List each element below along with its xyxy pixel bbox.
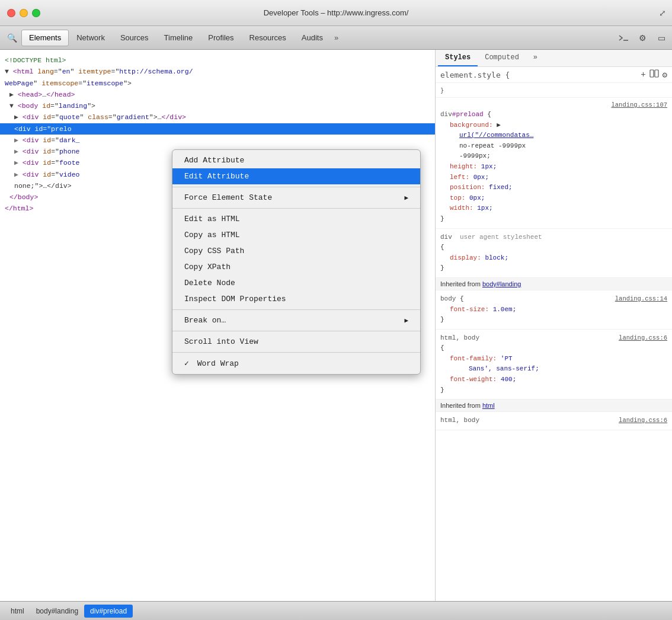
- ctx-break-on[interactable]: Break on… ▶: [172, 312, 420, 328]
- inherited-body-label: Inherited from body#landing: [436, 278, 672, 290]
- preload-width: width: 1px;: [440, 203, 667, 214]
- landing-css-6-last-link[interactable]: landing.css:6: [619, 417, 667, 424]
- dom-body[interactable]: ▼ <body id="landing">: [0, 100, 435, 111]
- tab-timeline[interactable]: Timeline: [156, 30, 201, 46]
- html-body-block: html, body landing.css:6 { font-family: …: [436, 330, 672, 400]
- preload-top: top: 0px;: [440, 193, 667, 204]
- html-link[interactable]: html: [482, 402, 495, 409]
- html-body-close: }: [440, 385, 667, 396]
- html-body-brace: {: [440, 343, 667, 354]
- search-button[interactable]: 🔍: [2, 30, 21, 46]
- preload-background-repeat: no-repeat -9999px: [440, 141, 667, 152]
- ctx-edit-attribute[interactable]: Edit Attribute: [172, 168, 420, 184]
- tab-more-styles[interactable]: »: [526, 50, 545, 66]
- html-body-font-weight: font-weight: 400;: [440, 375, 667, 385]
- dock-icon[interactable]: ▭: [653, 30, 670, 46]
- ctx-edit-html[interactable]: Edit as HTML: [172, 211, 420, 227]
- tab-audits[interactable]: Audits: [294, 30, 331, 46]
- toggle-style-icon[interactable]: [649, 69, 659, 80]
- console-icon[interactable]: [615, 30, 632, 46]
- breadcrumb-preload[interactable]: div#preload: [84, 605, 133, 618]
- dom-html-tag[interactable]: ▼ <html lang="en" itemtype="http://schem…: [0, 66, 435, 77]
- preload-height: height: 1px;: [440, 162, 667, 172]
- dom-preload-div[interactable]: <div id="prelo: [0, 123, 435, 135]
- preload-left: left: 0px;: [440, 172, 667, 183]
- ctx-word-wrap[interactable]: ✓ Word Wrap: [172, 355, 420, 372]
- ctx-copy-html[interactable]: Copy as HTML: [172, 227, 420, 243]
- dom-panel: <!DOCTYPE html> ▼ <html lang="en" itemty…: [0, 50, 436, 601]
- styles-toolbar: element.style { + ⚙: [436, 67, 672, 83]
- close-button[interactable]: [7, 9, 15, 17]
- inherited-html-label: Inherited from html: [436, 400, 672, 412]
- user-agent-brace: {: [440, 242, 667, 253]
- window-title: Developer Tools – http://www.ingress.com…: [264, 8, 409, 17]
- status-bar: html body#landing div#preload: [0, 601, 672, 620]
- breadcrumb-html[interactable]: html: [5, 605, 30, 618]
- ctx-sep-3: [172, 309, 420, 310]
- more-tabs-button[interactable]: »: [331, 31, 342, 44]
- toolbar-right: ⚙ ▭: [615, 30, 670, 46]
- styles-tabs: Styles Computed »: [436, 50, 672, 67]
- add-style-icon[interactable]: +: [641, 70, 645, 79]
- ctx-sep-2: [172, 208, 420, 209]
- tab-computed[interactable]: Computed: [478, 50, 526, 66]
- tab-network[interactable]: Network: [69, 30, 113, 46]
- svg-rect-2: [655, 70, 658, 77]
- user-agent-close: }: [440, 263, 667, 274]
- dom-html-tag-cont: WebPage" itemscope="itemscope">: [0, 78, 435, 89]
- preload-background-pos: -9999px;: [440, 151, 667, 162]
- title-bar: Developer Tools – http://www.ingress.com…: [0, 0, 672, 26]
- dom-dark-div[interactable]: ▶ <div id="dark_: [0, 135, 435, 146]
- settings-style-icon[interactable]: ⚙: [663, 70, 667, 80]
- expand-icon[interactable]: ⤢: [659, 8, 666, 18]
- minimize-button[interactable]: [20, 9, 28, 17]
- ctx-sep-5: [172, 352, 420, 353]
- user-agent-selector: div user agent stylesheet: [440, 232, 667, 243]
- ctx-copy-css-path[interactable]: Copy CSS Path: [172, 243, 420, 259]
- html-body-last-selector: html, body: [440, 416, 479, 426]
- user-agent-display: display: block;: [440, 253, 667, 264]
- html-body-font-family: font-family: 'PT: [440, 354, 667, 365]
- body-landing-link[interactable]: body#landing: [482, 280, 521, 287]
- styles-panel: Styles Computed » element.style { + ⚙ } …: [436, 50, 672, 601]
- dom-quote-div[interactable]: ▶ <div id="quote" class="gradient">…</di…: [0, 111, 435, 123]
- tab-profiles[interactable]: Profiles: [200, 30, 241, 46]
- preload-background: background: ▶: [440, 120, 667, 131]
- html-body-last-block: html, body landing.css:6: [436, 412, 672, 430]
- landing-css-6-link[interactable]: landing.css:6: [619, 334, 667, 341]
- element-style-block: }: [436, 83, 672, 98]
- body-selector: body {: [440, 294, 464, 305]
- tab-styles[interactable]: Styles: [438, 50, 478, 66]
- toolbar: 🔍 Elements Network Sources Timeline Prof…: [0, 26, 672, 50]
- preload-selector: div#preload {: [440, 110, 667, 120]
- ctx-delete-node[interactable]: Delete Node: [172, 275, 420, 291]
- preload-position: position: fixed;: [440, 183, 667, 193]
- settings-icon[interactable]: ⚙: [634, 30, 651, 46]
- body-font-size: font-size: 1.0em;: [440, 305, 667, 315]
- tab-sources[interactable]: Sources: [113, 30, 156, 46]
- traffic-lights: [0, 9, 40, 17]
- landing-css-107-link[interactable]: landing.css:107: [611, 101, 667, 108]
- ctx-sep-4: [172, 331, 420, 331]
- preload-background-url: url("//commondatas…: [440, 130, 667, 141]
- landing-css-14-link[interactable]: landing.css:14: [615, 295, 667, 302]
- ctx-add-attribute[interactable]: Add Attribute: [172, 152, 420, 168]
- ctx-copy-xpath[interactable]: Copy XPath: [172, 259, 420, 275]
- maximize-button[interactable]: [32, 9, 40, 17]
- svg-rect-1: [650, 70, 654, 77]
- dom-head[interactable]: ▶ <head>…</head>: [0, 89, 435, 100]
- body-font-size-block: body { landing.css:14 font-size: 1.0em; …: [436, 290, 672, 330]
- body-close: }: [440, 315, 667, 325]
- html-body-selector: html, body: [440, 333, 479, 344]
- ctx-force-state[interactable]: Force Element State ▶: [172, 190, 420, 206]
- preload-rule-block: landing.css:107 div#preload { background…: [436, 98, 672, 229]
- user-agent-block: div user agent stylesheet { display: blo…: [436, 229, 672, 278]
- tab-resources[interactable]: Resources: [242, 30, 294, 46]
- ctx-inspect-dom[interactable]: Inspect DOM Properties: [172, 291, 420, 307]
- breadcrumb-body[interactable]: body#landing: [30, 605, 84, 618]
- tab-elements[interactable]: Elements: [21, 30, 69, 46]
- html-body-font-family-cont: Sans', sans-serif;: [440, 364, 667, 375]
- preload-close: }: [440, 214, 667, 225]
- ctx-scroll-into-view[interactable]: Scroll into View: [172, 334, 420, 350]
- main-area: <!DOCTYPE html> ▼ <html lang="en" itemty…: [0, 50, 672, 601]
